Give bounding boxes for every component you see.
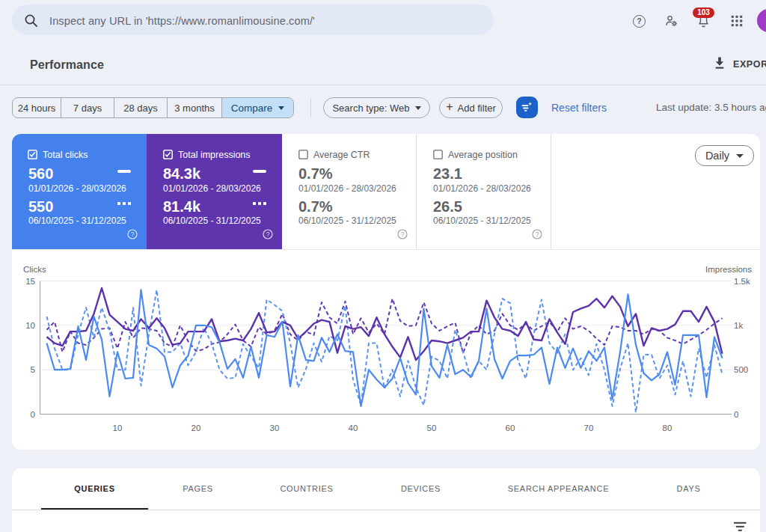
svg-text:5: 5 [31,365,35,374]
svg-text:1k: 1k [734,321,743,330]
svg-text:50: 50 [427,424,437,432]
svg-text:1.5k: 1.5k [734,277,750,286]
svg-text:?: ? [401,230,405,238]
svg-text:60: 60 [506,424,515,432]
svg-text:70: 70 [584,424,594,432]
svg-text:?: ? [266,230,270,238]
svg-text:?: ? [536,230,539,238]
svg-text:500: 500 [734,365,748,374]
svg-text:10: 10 [25,321,35,330]
svg-text:30: 30 [270,424,280,432]
svg-text:40: 40 [349,424,358,432]
svg-text:Impressions: Impressions [705,265,752,274]
svg-text:?: ? [131,230,135,238]
svg-text:10: 10 [113,424,123,432]
svg-text:0: 0 [734,410,738,419]
svg-text:0: 0 [31,410,35,419]
svg-text:20: 20 [192,424,201,432]
svg-text:15: 15 [25,277,35,286]
svg-text:80: 80 [663,424,672,432]
svg-text:Clicks: Clicks [23,265,46,274]
